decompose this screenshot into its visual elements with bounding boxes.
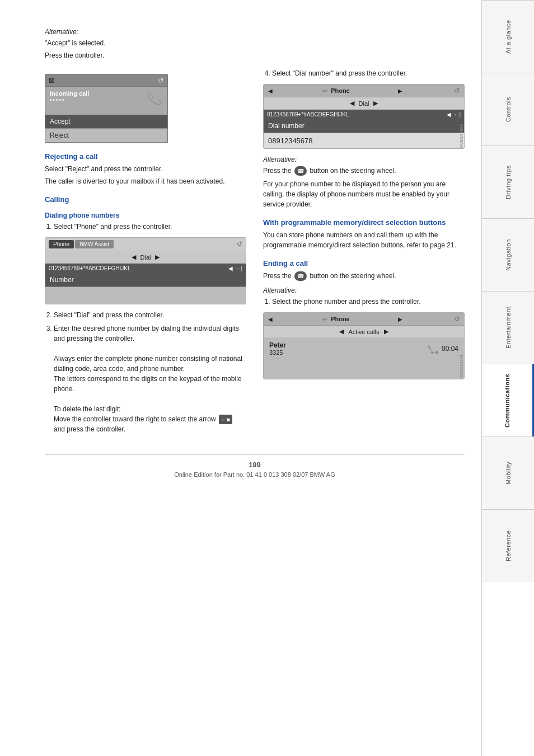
accept-menu-item[interactable]: Accept <box>45 115 167 129</box>
active-call-screen: ◀ Phone ▶ ↺ ◀ Active calls ▶ <box>263 312 465 379</box>
active-calls-row: ◀ Active calls ▶ <box>264 326 464 338</box>
back-arrow: ←| <box>235 265 242 271</box>
dial-number-menu-item[interactable]: Dial number <box>264 119 464 133</box>
left-column: ⊠ ↺ Incoming call ••••• <box>45 68 246 438</box>
sidebar-tab-mobility[interactable]: Mobility <box>482 436 534 509</box>
note-text: For your phone number to be displayed to… <box>263 179 465 209</box>
ending-call-heading: Ending a call <box>263 259 465 267</box>
alternative-label-right: Alternative: <box>263 154 465 165</box>
bmw-phone-button-2: ☎ <box>294 271 307 281</box>
number-menu-item[interactable]: Number <box>45 273 246 287</box>
active-arrow-right: ▶ <box>384 328 388 335</box>
dial-row: ◀ Dial ▶ <box>45 251 246 264</box>
phone-number-input-row-2: 0123456789+*#ABCDEFGHIJKL ◀ ←| <box>264 110 464 119</box>
right-column: Select "Dial number" and press the contr… <box>263 68 465 438</box>
incoming-dots: ••••• <box>50 97 89 103</box>
sidebar-tab-navigation[interactable]: Navigation <box>482 218 534 291</box>
press-controller-text: Press the controller. <box>45 50 465 60</box>
sidebar-tab-entertainment[interactable]: Entertainment <box>482 291 534 364</box>
dial-number-input: 08912345678 <box>264 133 464 148</box>
ending-call-text: Press the ☎ button on the steering wheel… <box>263 271 465 281</box>
phone-icon-right <box>146 90 163 107</box>
sidebar-tab-driving-tips[interactable]: Driving tips <box>482 145 534 218</box>
dial-row-2: ◀ Dial ▶ <box>264 97 464 110</box>
page-footer: 199 Online Edition for Part no. 01 41 0 … <box>45 454 465 478</box>
press-text: Press the <box>263 167 292 175</box>
active-refresh-icon: ↺ <box>454 315 460 323</box>
screen-tabs-row: Phone BMW Assist ↺ <box>45 238 246 251</box>
step-1-text: Select "Phone" and press the controller. <box>54 223 172 231</box>
screen-empty-area <box>45 287 246 304</box>
step-3-para3-text2: and press the controller. <box>54 425 125 433</box>
incoming-call-mockup: ⊠ ↺ Incoming call ••••• <box>45 74 168 143</box>
bmw-phone-button: ☎ <box>294 166 307 176</box>
calling-heading: Calling <box>45 195 246 204</box>
step-1: Select "Phone" and press the controller. <box>54 222 246 232</box>
sidebar-tab-label-mobility: Mobility <box>505 462 512 485</box>
phone-receiver-icon <box>427 344 439 354</box>
ending-call-step-1-text: Select the phone number and press the co… <box>272 298 421 306</box>
header-icon: ⊠ <box>49 76 55 84</box>
phone-number-text-2: 0123456789+*#ABCDEFGHIJKL <box>267 111 444 118</box>
step-3-para3-text: Move the controller toward the right to … <box>54 415 216 423</box>
back-arrow-2: ←| <box>453 111 461 118</box>
active-left-arrow: ◀ <box>268 316 273 322</box>
alternative-text-right: Press the ☎ button on the steering wheel… <box>263 166 465 176</box>
active-call-header: ◀ Phone ▶ ↺ <box>264 313 464 326</box>
phone-number-text: 0123456789+*#ABCDEFGHIJKL <box>49 265 226 271</box>
header-corner-icon: ↺ <box>158 76 164 84</box>
sidebar-tab-label-reference: Reference <box>505 530 512 561</box>
programmable-text-content: You can store phone numbers on and call … <box>263 231 456 249</box>
button-label: button on the steering wheel. <box>310 167 396 175</box>
ending-call-steps: Select the phone number and press the co… <box>272 297 465 307</box>
reject-menu-item[interactable]: Reject <box>45 129 167 143</box>
caller-info: Peter 3325 <box>269 341 286 356</box>
programmable-heading: With programmable memory/direct selectio… <box>263 218 465 227</box>
rejecting-call-text1: Select "Reject" and press the controller… <box>45 164 246 174</box>
active-call-details: Peter 3325 00:04 <box>264 338 464 359</box>
right-steps-list: Select "Dial number" and press the contr… <box>272 68 465 78</box>
rejecting-call-heading: Rejecting a call <box>45 152 246 161</box>
sidebar-tab-label-at-a-glance: At a glance <box>505 20 512 54</box>
watermark-1: E6916/GBAN <box>460 124 463 148</box>
incoming-call-screen-wrapper: ⊠ ↺ Incoming call ••••• <box>45 74 246 143</box>
sidebar-tab-controls[interactable]: Controls <box>482 73 534 145</box>
dialing-steps-list: Select "Phone" and press the controller. <box>54 222 246 232</box>
step-2: Select "Dial" and press the controller. <box>54 310 246 320</box>
active-screen-title: Phone <box>331 316 350 322</box>
step-3: Enter the desired phone number by dialin… <box>54 323 246 434</box>
step-2-text: Select "Dial" and press the controller. <box>54 311 164 319</box>
tab-bmw-assist[interactable]: BMW Assist <box>75 240 114 248</box>
dial-number-screen: ◀ Phone ▶ ↺ ◀ Dial ▶ 01234567 <box>263 84 465 149</box>
incoming-call-label: Incoming call <box>50 90 89 97</box>
sidebar-tab-reference[interactable]: Reference <box>482 509 534 582</box>
dial-arrow-right: ▶ <box>155 253 160 261</box>
sidebar-tab-at-a-glance[interactable]: At a glance <box>482 0 534 73</box>
header-left-arrow: ◀ <box>268 88 273 94</box>
step-3-para2: The letters correspond to the digits on … <box>54 375 242 393</box>
nav-triangle: ◀ <box>228 265 233 271</box>
sidebar-tab-label-controls: Controls <box>505 97 512 122</box>
two-col-layout: ⊠ ↺ Incoming call ••••• <box>45 68 465 438</box>
screen-title: Phone <box>331 87 350 94</box>
step-4: Select "Dial number" and press the contr… <box>272 68 465 78</box>
ending-call-text1: Press the <box>263 272 292 280</box>
caller-number: 3325 <box>269 349 286 356</box>
rejecting-call-text2: The caller is diverted to your mailbox i… <box>45 176 246 186</box>
sidebar-tab-label-driving-tips: Driving tips <box>505 165 512 199</box>
active-right-arrow: ▶ <box>398 316 402 322</box>
dial-number-screen-wrapper: ◀ Phone ▶ ↺ ◀ Dial ▶ 01234567 <box>263 84 465 149</box>
sidebar: At a glance Controls Driving tips Naviga… <box>481 0 534 756</box>
watermark-2: E37K3250SN <box>460 355 463 378</box>
refresh-icon: ↺ <box>454 87 460 95</box>
tab-phone[interactable]: Phone <box>49 240 74 248</box>
sidebar-tab-communications[interactable]: Communications <box>482 364 534 436</box>
footer-text: Online Edition for Part no. 01 41 0 013 … <box>45 471 465 478</box>
accept-selected-text: "Accept" is selected. <box>45 38 465 48</box>
phone-number-input-row: 0123456789+*#ABCDEFGHIJKL ◀ ←| <box>45 264 246 273</box>
sidebar-tab-label-communications: Communications <box>504 373 510 427</box>
dial-number-screen-header: ◀ Phone ▶ ↺ <box>264 84 464 97</box>
phone-dial-screen: Phone BMW Assist ↺ ◀ Dial ▶ 0123456789+*… <box>45 237 246 304</box>
programmable-text: You can store phone numbers on and call … <box>263 230 465 250</box>
step-3-para3-label: To delete the last digit: <box>54 405 120 413</box>
